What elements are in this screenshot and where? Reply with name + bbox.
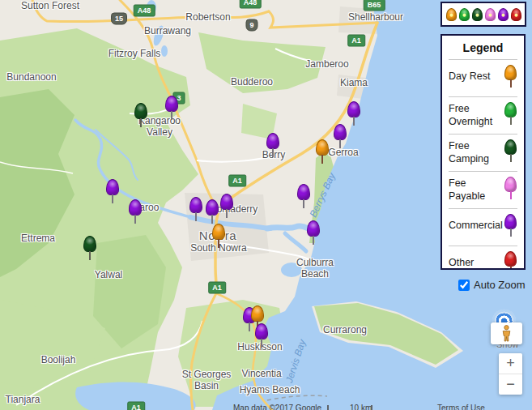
- legend-row-label: Day Rest: [449, 60, 504, 83]
- map-label: Culburra Beach: [296, 258, 334, 280]
- map-label: St Georges Basin: [182, 369, 232, 392]
- auto-zoom-control[interactable]: Auto Zoom: [458, 279, 526, 291]
- map-marker-commercial[interactable]: [255, 323, 268, 340]
- road-shield: 9: [245, 19, 257, 32]
- legend-title: Legend: [449, 36, 517, 59]
- legend-row-label: Other: [449, 246, 504, 270]
- road-shield: A1: [208, 282, 226, 294]
- map-label: Burrawang: [144, 26, 191, 37]
- legend-row-commercial: Commercial: [449, 208, 517, 246]
- map-marker-day-rest[interactable]: [212, 224, 225, 240]
- map-marker-commercial[interactable]: [297, 184, 310, 200]
- road-shield: B65: [364, 0, 385, 11]
- legend-row-other: Other: [449, 246, 517, 270]
- street-view-pegman-button[interactable]: [491, 322, 522, 344]
- terms-of-use-link[interactable]: Terms of Use: [437, 404, 485, 410]
- legend-row-free-camping: Free Camping: [449, 134, 517, 171]
- map-marker-commercial[interactable]: [106, 179, 119, 195]
- map-marker-commercial[interactable]: [307, 220, 320, 237]
- legend-marker-other-icon: [504, 251, 517, 267]
- filter-toggle-day-rest-icon[interactable]: [446, 8, 457, 21]
- map-label: Kangaroo Valley: [138, 116, 181, 139]
- map-label: Kiama: [340, 78, 368, 89]
- map-label: Gerroa: [328, 147, 358, 159]
- zoom-control: + −: [499, 353, 522, 395]
- map-marker-commercial[interactable]: [220, 194, 233, 210]
- map-label: Hyams Beach: [240, 385, 300, 396]
- map-label: Vincentia: [241, 369, 281, 380]
- map-label: Yalwal: [95, 270, 122, 281]
- legend-row-fee-payable: Fee Payable: [449, 171, 517, 208]
- filter-toggle-free-overnight-icon[interactable]: [459, 8, 470, 21]
- road-shield: A48: [240, 0, 262, 9]
- legend-marker-commercial-icon: [504, 214, 517, 229]
- auto-zoom-label: Auto Zoom: [474, 279, 526, 291]
- road-shield: A48: [134, 5, 155, 17]
- map-label: Robertson: [185, 12, 230, 23]
- legend-panel: Legend Day RestFree OvernightFree Campin…: [440, 34, 526, 270]
- map-data-credit: Map data ©2017 Google: [233, 404, 321, 410]
- map-marker-free-camping[interactable]: [83, 236, 96, 252]
- map-marker-commercial[interactable]: [189, 197, 202, 213]
- map-label: Ettrema: [21, 233, 55, 245]
- map-marker-commercial[interactable]: [206, 199, 219, 216]
- map-marker-commercial[interactable]: [165, 96, 178, 112]
- map-label: Shellharbour: [348, 12, 403, 23]
- legend-marker-free-camping-icon: [504, 139, 517, 155]
- scale-bar: [327, 405, 372, 410]
- map-marker-day-rest[interactable]: [251, 305, 264, 322]
- legend-row-day-rest: Day Rest: [449, 59, 517, 96]
- legend-row-label: Free Overnight: [449, 97, 504, 128]
- map-label: Huskisson: [237, 342, 282, 353]
- filter-toggle-free-camping-icon[interactable]: [472, 8, 483, 21]
- filter-toggle-commercial-icon[interactable]: [498, 8, 509, 21]
- category-filter-bar: [440, 2, 526, 27]
- filter-toggle-fee-payable-icon[interactable]: [485, 8, 496, 21]
- legend-row-label: Fee Payable: [449, 172, 504, 203]
- map-label: Jamberoo: [305, 59, 348, 70]
- map-attribution: Map data ©2017 Google 10 km Terms of Use: [0, 404, 532, 410]
- map-canvas[interactable]: Sutton ForestRobertsonBurrawangFitzroy F…: [0, 0, 532, 410]
- zoom-in-button[interactable]: +: [499, 353, 522, 374]
- legend-row-label: Commercial: [449, 209, 504, 233]
- map-marker-commercial[interactable]: [334, 124, 347, 140]
- legend-marker-day-rest-icon: [504, 65, 517, 80]
- map-label: Berry: [262, 150, 286, 161]
- filter-toggle-other-icon[interactable]: [511, 8, 521, 21]
- map-label: Bundanoon: [6, 72, 56, 83]
- map-marker-day-rest[interactable]: [316, 139, 329, 156]
- map-marker-free-camping[interactable]: [134, 103, 147, 119]
- map-marker-commercial[interactable]: [347, 101, 360, 117]
- legend-marker-free-overnight-icon: [504, 102, 517, 117]
- legend-row-label: Free Camping: [449, 135, 504, 165]
- map-label: Budderoo: [231, 77, 273, 88]
- road-shield: A1: [228, 175, 246, 187]
- map-label: Currarong: [323, 325, 367, 336]
- legend-marker-fee-payable-icon: [504, 177, 517, 192]
- map-marker-commercial[interactable]: [266, 133, 279, 149]
- map-marker-commercial[interactable]: [129, 199, 142, 216]
- pegman-icon: [501, 325, 512, 342]
- road-shield: A1: [347, 35, 365, 47]
- auto-zoom-checkbox[interactable]: [458, 280, 470, 291]
- map-label: Fitzroy Falls: [109, 49, 161, 60]
- zoom-out-button[interactable]: −: [499, 374, 522, 395]
- legend-row-free-overnight: Free Overnight: [449, 96, 517, 134]
- road-shield: 15: [111, 13, 127, 25]
- map-label: Boolijah: [41, 355, 76, 366]
- map-label: Sutton Forest: [21, 1, 79, 12]
